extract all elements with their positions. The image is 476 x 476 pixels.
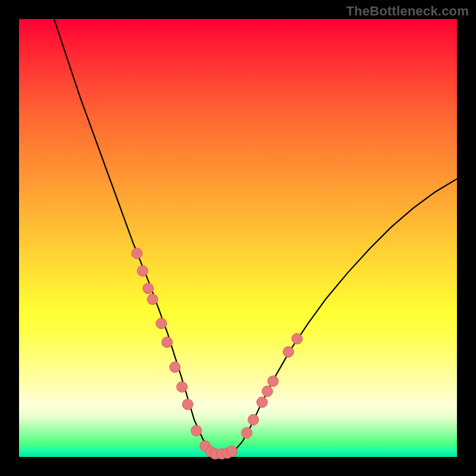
data-point [191,425,202,436]
data-point [131,248,142,259]
plot-area [19,19,457,457]
data-point [268,376,278,387]
data-point [177,381,187,392]
data-point [248,414,259,425]
data-point [147,294,158,305]
data-points [131,248,302,459]
watermark-label: TheBottleneck.com [346,4,469,19]
data-point [256,397,267,408]
data-point [262,386,273,397]
chart-container: TheBottleneck.com [0,0,476,476]
data-point [182,399,193,410]
data-point [292,333,302,344]
data-point [137,265,148,276]
data-point [156,318,167,329]
data-point [143,283,154,294]
data-point [162,337,173,347]
data-point [227,446,237,456]
curve-svg [19,19,457,457]
data-point [283,346,294,357]
data-point [170,362,180,372]
data-point [242,428,252,439]
bottleneck-curve [54,19,457,455]
